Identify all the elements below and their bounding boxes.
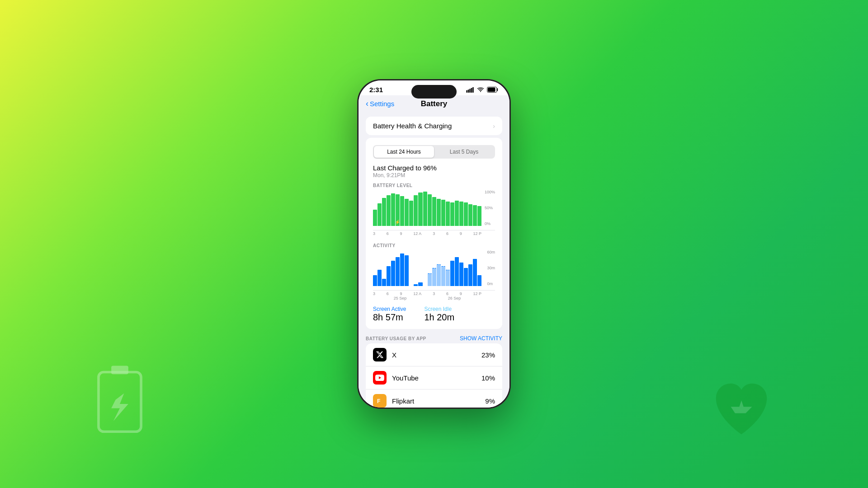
back-button[interactable]: ‹ Settings [366, 99, 394, 108]
activity-bar [432, 268, 436, 286]
health-chevron: › [493, 122, 495, 130]
y-label-50: 50% [485, 206, 495, 210]
activity-bar [377, 270, 382, 286]
battery-level-label: BATTERY LEVEL [373, 183, 495, 188]
act-x-12p: 12 P [473, 291, 481, 296]
act-x-9: 9 [400, 291, 402, 296]
bg-battery-icon [90, 361, 149, 434]
content-area[interactable]: Battery Health & Charging › Last 24 Hour… [359, 110, 509, 408]
back-chevron: ‹ [366, 99, 368, 108]
screen-active-value: 8h 57m [373, 312, 406, 323]
activity-bar [387, 266, 391, 286]
phone-screen: 2:31 [359, 80, 509, 408]
battery-bar [373, 210, 377, 226]
app-row-flipkart[interactable]: F Flipkart 9% [366, 389, 502, 408]
battery-bar [468, 204, 472, 226]
x-app-icon [373, 348, 387, 361]
x-label-3am: 3 [373, 231, 375, 236]
svg-rect-8 [488, 88, 495, 92]
charge-info: Last Charged to 96% Mon, 9:21PM [366, 160, 502, 180]
x-logo [376, 351, 384, 359]
x-app-name: X [392, 351, 476, 359]
time-range-selector[interactable]: Last 24 Hours Last 5 Days [373, 145, 495, 159]
act-y-30: 30m [487, 266, 495, 270]
show-activity-button[interactable]: SHOW ACTIVITY [460, 335, 502, 342]
activity-bar [391, 261, 395, 286]
last-24-hours-button[interactable]: Last 24 Hours [374, 146, 434, 158]
flipkart-app-icon: F [373, 394, 387, 408]
activity-bar [428, 273, 432, 286]
x-label-6pm: 6 [446, 231, 448, 236]
last-5-days-button[interactable]: Last 5 Days [434, 146, 494, 158]
flipkart-app-pct: 9% [485, 397, 495, 405]
activity-bar [464, 268, 468, 286]
wifi-icon [476, 87, 485, 93]
youtube-app-pct: 10% [481, 374, 495, 382]
app-usage-list: X 23% YouTube 10% [366, 343, 502, 408]
activity-bar [459, 263, 463, 286]
svg-rect-2 [466, 90, 467, 92]
back-label[interactable]: Settings [370, 100, 394, 108]
battery-bar [473, 205, 477, 226]
battery-bar [377, 203, 382, 226]
battery-bar [409, 201, 413, 226]
chart-card: Last 24 Hours Last 5 Days Last Charged t… [366, 138, 502, 329]
activity-section: ACTIVITY 60m 30m 0m 3 6 9 12 A [366, 240, 502, 301]
battery-bar [387, 195, 391, 226]
x-label-9am: 9 [400, 231, 402, 236]
screen-active-label: Screen Active [373, 306, 406, 312]
activity-label: ACTIVITY [373, 243, 495, 248]
act-x-6p: 6 [446, 291, 448, 296]
battery-bar [400, 196, 404, 226]
act-x-3: 3 [373, 291, 375, 296]
act-x-9p: 9 [460, 291, 462, 296]
battery-bar [477, 206, 481, 226]
screen-idle-label: Screen Idle [424, 306, 454, 312]
date-26sep: 26 Sep [448, 296, 461, 300]
activity-chart: 60m 30m 0m [373, 250, 495, 291]
usage-section: BATTERY USAGE BY APP SHOW ACTIVITY X 23% [359, 332, 509, 408]
battery-icon [487, 87, 499, 93]
svg-rect-4 [469, 89, 471, 93]
x-label-9pm: 9 [460, 231, 462, 236]
x-label-12a: 12 A [413, 231, 421, 236]
activity-bar [473, 259, 477, 286]
battery-bar [405, 199, 409, 226]
battery-bar [459, 202, 463, 226]
act-y-0: 0m [487, 282, 495, 286]
activity-bar [414, 284, 418, 286]
activity-bar [441, 266, 445, 286]
x-label-12p: 12 P [473, 231, 481, 236]
battery-bars [373, 190, 495, 226]
activity-bar [373, 275, 377, 286]
activity-bar [396, 257, 400, 286]
battery-level-chart: 100% 50% 0% ⚡ [373, 190, 495, 230]
act-x-6: 6 [387, 291, 389, 296]
battery-health-row[interactable]: Battery Health & Charging › [366, 117, 502, 135]
screen-idle-value: 1h 20m [424, 312, 454, 323]
battery-bar [441, 200, 445, 226]
activity-bar [437, 264, 441, 286]
app-row-x[interactable]: X 23% [366, 343, 502, 366]
charge-title: Last Charged to 96% [373, 164, 495, 172]
status-icons [466, 87, 499, 93]
battery-level-section: BATTERY LEVEL 100% 50% 0% ⚡ 3 6 [366, 180, 502, 237]
battery-bar [437, 199, 441, 226]
activity-bar [405, 255, 409, 286]
activity-bar [468, 264, 472, 286]
app-row-youtube[interactable]: YouTube 10% [366, 366, 502, 389]
signal-icon [466, 87, 474, 93]
activity-date-labels: 25 Sep 26 Sep [373, 296, 495, 300]
y-label-100: 100% [485, 190, 495, 194]
battery-bar [414, 195, 418, 226]
usage-title: BATTERY USAGE BY APP [366, 336, 426, 341]
svg-rect-3 [468, 89, 469, 93]
battery-y-labels: 100% 50% 0% [485, 190, 495, 226]
charge-time: Mon, 9:21PM [373, 172, 495, 178]
battery-bar [418, 192, 422, 226]
battery-health-card[interactable]: Battery Health & Charging › [366, 117, 502, 135]
battery-bar [450, 202, 454, 226]
youtube-app-name: YouTube [392, 374, 476, 382]
youtube-app-icon [373, 371, 387, 385]
activity-bar [446, 270, 450, 286]
